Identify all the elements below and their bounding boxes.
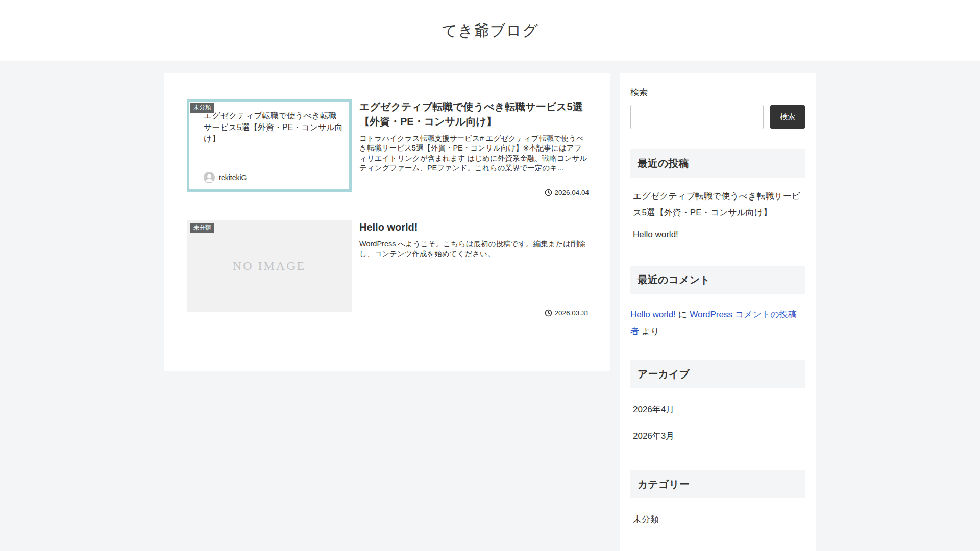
search-label: 検索 (630, 87, 805, 98)
category-badge[interactable]: 未分類 (190, 223, 214, 233)
avatar-icon (204, 172, 215, 183)
post-date: 2026.03.31 (545, 309, 589, 317)
post-date-text: 2026.03.31 (554, 309, 589, 317)
main-content: 未分類 エグゼクティブ転職で使うべき転職サービス5選【外資・PE・コンサル向け】… (164, 73, 610, 371)
recent-post-item[interactable]: エグゼクティブ転職で使うべき転職サービス5選【外資・PE・コンサル向け】 (630, 186, 805, 224)
post-title[interactable]: Hello world! (359, 220, 589, 235)
post-1-thumbnail: 未分類 エグゼクティブ転職で使うべき転職サービス5選【外資・PE・コンサル向け】… (187, 99, 352, 192)
recent-post-item[interactable]: Hello world! (630, 224, 805, 245)
archive-item[interactable]: 2026年3月 (630, 423, 805, 449)
search-input[interactable] (630, 105, 764, 129)
no-image-placeholder: NO IMAGE (233, 259, 306, 273)
search-widget: 検索 (630, 105, 805, 129)
author-name: tekitekiG (219, 173, 247, 182)
clock-icon (545, 309, 552, 317)
comment-connector: に (678, 310, 687, 319)
category-item[interactable]: 未分類 (630, 507, 805, 533)
archives-list: 2026年4月 2026年3月 (630, 396, 805, 450)
site-header: てき爺ブログ (0, 0, 980, 61)
post-2-body: Hello world! WordPress へようこそ。こちらは最初の投稿です… (359, 220, 589, 317)
categories-heading: カテゴリー (630, 470, 805, 498)
archives-heading: アーカイブ (630, 360, 805, 388)
thumbnail-title: エグゼクティブ転職で使うべき転職サービス5選【外資・PE・コンサル向け】 (204, 110, 343, 145)
comment-post-link[interactable]: Hello world! (630, 310, 676, 319)
post-date: 2026.04.04 (545, 189, 589, 196)
post-2-thumbnail: 未分類 NO IMAGE (187, 220, 352, 312)
post-title[interactable]: エグゼクティブ転職で使うべき転職サービス5選【外資・PE・コンサル向け】 (359, 99, 589, 129)
recent-comment-item: Hello world!にWordPress コメントの投稿者より (630, 306, 805, 340)
post-card-1[interactable]: 未分類 エグゼクティブ転職で使うべき転職サービス5選【外資・PE・コンサル向け】… (187, 99, 589, 196)
category-badge[interactable]: 未分類 (190, 103, 214, 113)
author-row: tekitekiG (204, 172, 343, 183)
search-button[interactable]: 検索 (770, 105, 805, 129)
clock-icon (545, 189, 552, 196)
recent-posts-list: エグゼクティブ転職で使うべき転職サービス5選【外資・PE・コンサル向け】 Hel… (630, 186, 805, 245)
post-1-body: エグゼクティブ転職で使うべき転職サービス5選【外資・PE・コンサル向け】 コトラ… (359, 99, 589, 196)
archive-item[interactable]: 2026年4月 (630, 396, 805, 423)
post-card-2[interactable]: 未分類 NO IMAGE Hello world! WordPress へようこ… (187, 220, 589, 317)
post-date-text: 2026.04.04 (554, 189, 589, 196)
categories-list: 未分類 (630, 507, 805, 533)
content-wrapper: 未分類 エグゼクティブ転職で使うべき転職サービス5選【外資・PE・コンサル向け】… (164, 73, 816, 551)
comment-suffix: より (642, 327, 659, 336)
post-excerpt: コトラハイクラス転職支援サービス# エグゼクティブ転職で使うべき転職サービス5選… (359, 134, 589, 173)
recent-posts-heading: 最近の投稿 (630, 149, 805, 178)
site-title[interactable]: てき爺ブログ (442, 20, 538, 41)
post-excerpt: WordPress へようこそ。こちらは最初の投稿です。編集または削除し、コンテ… (359, 239, 589, 259)
recent-comments-heading: 最近のコメント (630, 266, 805, 294)
sidebar: 検索 検索 最近の投稿 エグゼクティブ転職で使うべき転職サービス5選【外資・PE… (620, 73, 816, 551)
